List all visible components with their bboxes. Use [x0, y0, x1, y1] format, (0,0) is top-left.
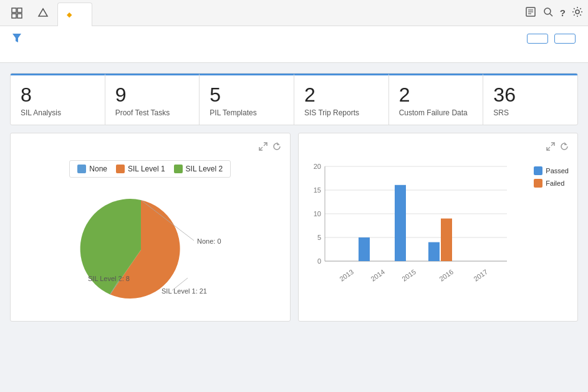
svg-text:2017: 2017 — [472, 268, 489, 283]
svg-text:0: 0 — [317, 257, 321, 265]
metric-card-0[interactable]: 8 SIL Analysis — [11, 74, 105, 125]
tab-diamond-icon: ◆ — [67, 11, 72, 19]
metric-label-3: SIS Trip Reports — [304, 108, 378, 117]
sil-chart-title — [19, 142, 281, 153]
tab-bar: ◆ ? — [0, 0, 588, 26]
proof-testing-card: 20 15 10 5 0 — [298, 133, 579, 322]
metric-label-1: Proof Test Tasks — [115, 108, 190, 117]
sis-overview-tab[interactable]: ◆ — [57, 2, 92, 26]
metric-card-5[interactable]: 36 SRS — [483, 74, 577, 125]
sil-expand-icon[interactable] — [259, 142, 267, 153]
svg-text:20: 20 — [313, 163, 321, 170]
svg-rect-2 — [12, 14, 16, 18]
metric-card-2[interactable]: 5 PIL Templates — [200, 74, 294, 125]
metric-number-5: 36 — [493, 84, 567, 106]
export-button[interactable] — [554, 34, 576, 44]
page-header — [0, 26, 588, 63]
proof-chart-actions — [546, 142, 569, 153]
svg-text:2013: 2013 — [338, 268, 355, 283]
tab-hierarchy-icon[interactable] — [31, 1, 55, 25]
bar-chart-area: 20 15 10 5 0 — [307, 160, 569, 293]
bar-2016-failed — [441, 219, 452, 261]
settings-icon[interactable] — [572, 6, 583, 20]
bar-legend-label-0: Passed — [546, 167, 569, 174]
sil-legend: None SIL Level 1 SIL Level 2 — [69, 160, 231, 178]
sil-legend-item-2: SIL Level 2 — [174, 165, 223, 173]
header-left — [12, 34, 29, 55]
svg-text:SIL Level 2: 8: SIL Level 2: 8 — [88, 275, 130, 282]
sil-legend-item-0: None — [77, 165, 107, 173]
svg-text:None: 0: None: 0 — [197, 237, 221, 245]
svg-text:2014: 2014 — [369, 268, 386, 283]
sil-legend-dot-1 — [116, 165, 125, 173]
svg-rect-1 — [17, 8, 22, 12]
metric-card-1[interactable]: 9 Proof Test Tasks — [105, 74, 200, 125]
sil-legend-label-0: None — [89, 165, 107, 173]
notes-icon[interactable] — [525, 6, 536, 20]
bar-chart-svg: 20 15 10 5 0 — [307, 160, 519, 291]
svg-text:2015: 2015 — [400, 268, 417, 283]
bar-legend-color-1 — [534, 179, 542, 188]
import-button[interactable] — [527, 34, 548, 44]
metric-number-3: 2 — [304, 84, 378, 106]
pie-chart: None: 0 SIL Level 2: 8 SIL Level 1: 21 — [51, 188, 250, 312]
metric-number-0: 8 — [21, 84, 95, 106]
svg-marker-12 — [12, 34, 21, 42]
svg-text:15: 15 — [313, 186, 321, 194]
sil-legend-dot-2 — [174, 165, 183, 173]
metric-label-4: Custom Failure Data — [399, 108, 473, 117]
sil-chart-area: None SIL Level 1 SIL Level 2 — [19, 160, 281, 312]
svg-point-11 — [576, 10, 579, 14]
help-icon[interactable]: ? — [560, 7, 566, 18]
pie-chart-container: None: 0 SIL Level 2: 8 SIL Level 1: 21 — [51, 188, 250, 312]
tab-left: ◆ — [5, 1, 92, 25]
bar-legend-item-1: Failed — [534, 179, 569, 188]
metrics-row: 8 SIL Analysis 9 Proof Test Tasks 5 PIL … — [10, 73, 578, 125]
tab-grid-icon[interactable] — [5, 1, 29, 25]
bar-legend-item-0: Passed — [534, 166, 569, 175]
asset-label — [26, 46, 29, 55]
svg-marker-4 — [39, 9, 47, 16]
sil-chart-actions — [259, 142, 281, 153]
sil-legend-label-1: SIL Level 1 — [128, 165, 165, 173]
proof-refresh-icon[interactable] — [560, 142, 569, 153]
sil-refresh-icon[interactable] — [272, 142, 281, 153]
sil-legend-label-2: SIL Level 2 — [186, 165, 223, 173]
metric-label-0: SIL Analysis — [21, 108, 95, 117]
filter-icon[interactable] — [12, 34, 21, 44]
search-icon[interactable] — [542, 6, 554, 20]
svg-text:2016: 2016 — [438, 268, 455, 283]
metric-number-2: 5 — [210, 84, 284, 106]
metric-card-4[interactable]: 2 Custom Failure Data — [389, 74, 484, 125]
bar-chart-main: 20 15 10 5 0 — [307, 160, 528, 293]
metric-label-2: PIL Templates — [210, 108, 284, 117]
bar-chart-legend: Passed Failed — [534, 160, 569, 293]
tab-toolbar: ? — [525, 6, 583, 20]
svg-text:5: 5 — [317, 234, 321, 241]
bar-legend-color-0 — [534, 166, 542, 175]
svg-point-9 — [544, 8, 551, 14]
proof-chart-title — [307, 142, 569, 153]
sil-legend-item-1: SIL Level 1 — [116, 165, 165, 173]
charts-row: None SIL Level 1 SIL Level 2 — [10, 133, 578, 322]
bar-2016-passed — [428, 242, 440, 261]
svg-text:SIL Level 1: 21: SIL Level 1: 21 — [161, 287, 207, 295]
header-buttons — [527, 34, 576, 44]
metric-card-3[interactable]: 2 SIS Trip Reports — [294, 74, 389, 125]
page-title-container — [12, 34, 29, 44]
svg-text:10: 10 — [313, 210, 321, 218]
proof-expand-icon[interactable] — [546, 142, 555, 153]
metric-number-4: 2 — [399, 84, 473, 106]
bar-2014-passed — [359, 237, 370, 261]
metric-label-5: SRS — [493, 108, 567, 117]
metric-number-1: 9 — [115, 84, 190, 106]
bar-legend-label-1: Failed — [546, 179, 564, 187]
svg-rect-0 — [12, 8, 16, 12]
bar-2015-passed — [395, 185, 406, 261]
svg-line-10 — [550, 14, 552, 16]
sil-legend-dot-0 — [77, 165, 86, 173]
svg-rect-3 — [17, 14, 22, 18]
sil-distribution-card: None SIL Level 1 SIL Level 2 — [10, 133, 291, 322]
